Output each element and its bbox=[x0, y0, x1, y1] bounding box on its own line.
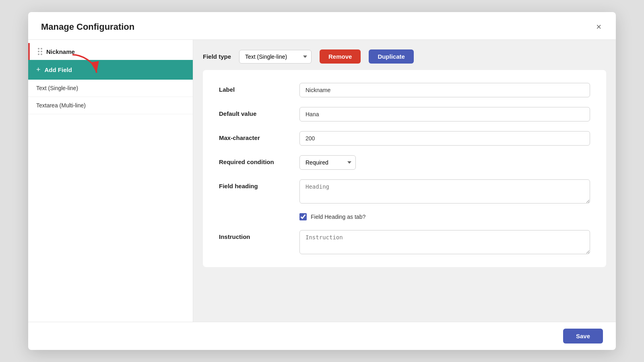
modal-body: Nickname + Add Field bbox=[28, 40, 616, 322]
field-type-row: Field type Text (Single-line) Textarea (… bbox=[203, 49, 606, 64]
required-condition-select[interactable]: Required Optional Hidden bbox=[299, 155, 356, 170]
close-button[interactable]: × bbox=[594, 21, 603, 33]
main-content: Field type Text (Single-line) Textarea (… bbox=[193, 40, 616, 322]
sidebar-nickname-label: Nickname bbox=[46, 48, 75, 55]
save-button[interactable]: Save bbox=[563, 329, 603, 343]
add-field-label: Add Field bbox=[45, 66, 72, 73]
field-type-select[interactable]: Text (Single-line) Textarea (Multi-line)… bbox=[239, 50, 312, 64]
field-heading-row: Field heading bbox=[219, 179, 590, 204]
sidebar-item-textarea[interactable]: Textarea (Multi-line) bbox=[28, 97, 193, 114]
label-input[interactable] bbox=[299, 83, 590, 97]
field-heading-label: Field heading bbox=[219, 179, 291, 189]
max-character-input[interactable] bbox=[299, 131, 590, 146]
drag-handle-icon bbox=[38, 48, 42, 55]
plus-icon: + bbox=[36, 66, 41, 74]
remove-button[interactable]: Remove bbox=[320, 49, 361, 64]
field-heading-tab-checkbox[interactable] bbox=[299, 213, 307, 220]
field-heading-textarea[interactable] bbox=[299, 179, 590, 204]
instruction-label: Instruction bbox=[219, 230, 291, 240]
sidebar: Nickname + Add Field bbox=[28, 40, 193, 322]
max-character-row: Max-character bbox=[219, 131, 590, 146]
manage-configuration-modal: Manage Configuration × Nickname + Add Fi… bbox=[28, 12, 616, 350]
duplicate-button[interactable]: Duplicate bbox=[369, 49, 414, 64]
modal-title: Manage Configuration bbox=[41, 22, 134, 32]
default-value-row: Default value bbox=[219, 107, 590, 121]
sidebar-item-text-single[interactable]: Text (Single-line) bbox=[28, 80, 193, 97]
sidebar-item-nickname[interactable]: Nickname bbox=[28, 43, 193, 60]
instruction-textarea[interactable] bbox=[299, 230, 590, 254]
sidebar-item-textarea-label: Textarea (Multi-line) bbox=[36, 102, 86, 109]
instruction-row: Instruction bbox=[219, 230, 590, 254]
default-value-input[interactable] bbox=[299, 107, 590, 121]
add-field-button[interactable]: + Add Field bbox=[28, 60, 193, 80]
form-card: Label Default value Max-character Requir… bbox=[203, 70, 606, 267]
field-heading-tab-label: Field Heading as tab? bbox=[311, 214, 365, 220]
required-condition-row: Required condition Required Optional Hid… bbox=[219, 155, 590, 170]
modal-footer: Save bbox=[28, 322, 616, 350]
modal-header: Manage Configuration × bbox=[28, 12, 616, 40]
label-field-label: Label bbox=[219, 83, 291, 93]
max-character-label: Max-character bbox=[219, 131, 291, 141]
required-condition-label: Required condition bbox=[219, 155, 291, 165]
sidebar-item-text-single-label: Text (Single-line) bbox=[36, 85, 78, 91]
field-heading-tab-row: Field Heading as tab? bbox=[299, 213, 590, 220]
default-value-label: Default value bbox=[219, 107, 291, 117]
field-type-label: Field type bbox=[203, 53, 231, 60]
label-row: Label bbox=[219, 83, 590, 97]
